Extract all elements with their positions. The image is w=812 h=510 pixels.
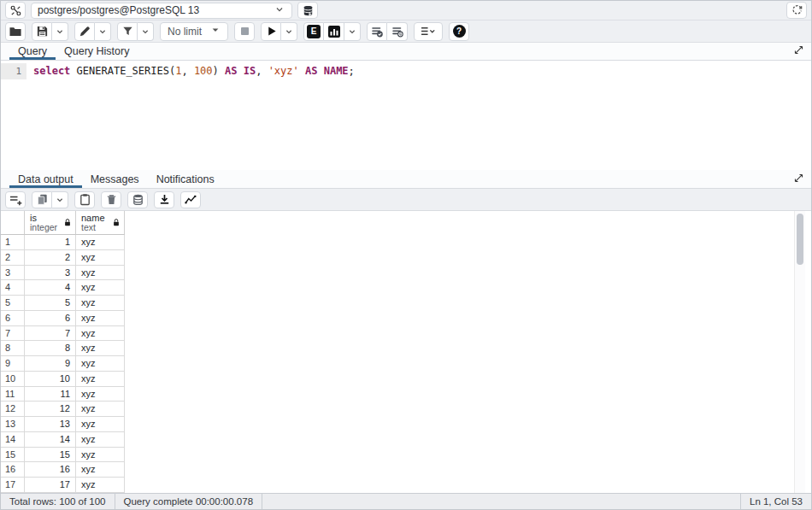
cell-name[interactable]: xyz bbox=[76, 326, 125, 342]
save-data-changes-button[interactable] bbox=[127, 191, 148, 208]
row-number-cell[interactable]: 7 bbox=[1, 326, 25, 342]
cell-name[interactable]: xyz bbox=[76, 417, 125, 432]
cell-is[interactable]: 6 bbox=[25, 311, 76, 326]
connection-busy-button[interactable] bbox=[786, 2, 807, 19]
cell-is[interactable]: 9 bbox=[25, 356, 76, 372]
explain-analyze-button[interactable] bbox=[324, 22, 344, 41]
add-row-button[interactable] bbox=[5, 191, 26, 208]
sql-token: 100 bbox=[194, 65, 213, 77]
tab-messages[interactable]: Messages bbox=[82, 170, 148, 188]
row-number-cell[interactable]: 2 bbox=[1, 250, 25, 266]
cell-is[interactable]: 7 bbox=[25, 326, 76, 342]
line-number: 1 bbox=[1, 63, 26, 79]
vertical-scrollbar[interactable] bbox=[794, 211, 805, 493]
cell-is[interactable]: 15 bbox=[25, 448, 76, 463]
row-number-cell[interactable]: 3 bbox=[1, 266, 25, 281]
connection-status-button[interactable] bbox=[5, 2, 26, 19]
tab-query[interactable]: Query bbox=[9, 43, 56, 60]
row-number-cell[interactable]: 4 bbox=[1, 280, 25, 296]
cell-name[interactable]: xyz bbox=[76, 311, 125, 326]
cell-name[interactable]: xyz bbox=[76, 448, 125, 463]
save-button[interactable] bbox=[32, 22, 52, 41]
row-number-cell[interactable]: 15 bbox=[1, 448, 25, 463]
tab-query-history[interactable]: Query History bbox=[56, 43, 138, 60]
row-number-cell[interactable]: 1 bbox=[1, 235, 25, 250]
tab-data-output[interactable]: Data output bbox=[9, 170, 82, 188]
cell-name[interactable]: xyz bbox=[76, 266, 125, 281]
cell-is[interactable]: 3 bbox=[25, 266, 76, 281]
row-number-cell[interactable]: 17 bbox=[1, 478, 25, 493]
row-number-cell[interactable]: 13 bbox=[1, 417, 25, 432]
connection-dropdown[interactable]: postgres/postgres@PostgreSQL 13 bbox=[31, 3, 292, 19]
sql-editor[interactable]: 1 select GENERATE_SERIES(1, 100) AS IS, … bbox=[1, 61, 811, 170]
help-button[interactable]: ? bbox=[449, 22, 469, 41]
cell-name[interactable]: xyz bbox=[76, 387, 125, 402]
execute-dropdown-button[interactable] bbox=[281, 22, 297, 41]
edit-button[interactable] bbox=[74, 22, 95, 41]
graph-visualiser-button[interactable] bbox=[180, 191, 201, 208]
open-file-button[interactable] bbox=[5, 22, 26, 41]
cell-name[interactable]: xyz bbox=[76, 478, 125, 493]
rollback-button[interactable] bbox=[387, 22, 408, 41]
cell-name[interactable]: xyz bbox=[76, 356, 125, 372]
column-header-name[interactable]: name text bbox=[76, 211, 125, 235]
tab-notifications[interactable]: Notifications bbox=[148, 170, 223, 188]
cell-name[interactable]: xyz bbox=[76, 296, 125, 311]
cell-is[interactable]: 10 bbox=[25, 372, 76, 387]
explain-dropdown-button[interactable] bbox=[344, 22, 361, 41]
new-connection-button[interactable] bbox=[297, 2, 318, 19]
editor-expand-button[interactable] bbox=[793, 44, 804, 59]
cell-is[interactable]: 8 bbox=[25, 341, 76, 356]
cell-is[interactable]: 14 bbox=[25, 432, 76, 448]
cell-name[interactable]: xyz bbox=[76, 462, 125, 478]
commit-button[interactable] bbox=[367, 22, 387, 41]
row-number-cell[interactable]: 14 bbox=[1, 432, 25, 448]
copy-button[interactable] bbox=[32, 191, 52, 208]
row-number-cell[interactable]: 8 bbox=[1, 341, 25, 356]
cell-is[interactable]: 1 bbox=[25, 235, 76, 250]
paste-button[interactable] bbox=[74, 191, 95, 208]
cell-name[interactable]: xyz bbox=[76, 235, 125, 250]
copy-dropdown-button[interactable] bbox=[52, 191, 68, 208]
cell-is[interactable]: 4 bbox=[25, 280, 76, 296]
cell-is[interactable]: 11 bbox=[25, 387, 76, 402]
sql-token: AS bbox=[225, 65, 237, 77]
cell-name[interactable]: xyz bbox=[76, 432, 125, 448]
select-all-header[interactable] bbox=[1, 211, 25, 235]
row-number-cell[interactable]: 12 bbox=[1, 402, 25, 417]
explain-button[interactable]: E bbox=[303, 22, 324, 41]
row-number-cell[interactable]: 9 bbox=[1, 356, 25, 372]
column-header-is[interactable]: is integer bbox=[25, 211, 76, 235]
output-expand-button[interactable] bbox=[793, 172, 804, 187]
cell-name[interactable]: xyz bbox=[76, 372, 125, 387]
sql-code-line[interactable]: select GENERATE_SERIES(1, 100) AS IS, 'x… bbox=[33, 64, 355, 79]
download-results-button[interactable] bbox=[154, 191, 174, 208]
row-number-cell[interactable]: 5 bbox=[1, 296, 25, 311]
cell-is[interactable]: 16 bbox=[25, 462, 76, 478]
cell-name[interactable]: xyz bbox=[76, 280, 125, 296]
cell-is[interactable]: 2 bbox=[25, 250, 76, 266]
cancel-query-button[interactable] bbox=[234, 22, 255, 41]
save-dropdown-button[interactable] bbox=[52, 22, 68, 41]
cell-name[interactable]: xyz bbox=[76, 341, 125, 356]
execute-button[interactable] bbox=[261, 22, 281, 41]
save-icon bbox=[36, 25, 49, 38]
add-row-icon bbox=[9, 193, 22, 207]
filter-button[interactable] bbox=[117, 22, 138, 41]
row-number-cell[interactable]: 10 bbox=[1, 372, 25, 387]
delete-row-button[interactable] bbox=[101, 191, 121, 208]
filter-dropdown-button[interactable] bbox=[138, 22, 154, 41]
macro-button[interactable] bbox=[414, 22, 443, 41]
row-number-cell[interactable]: 11 bbox=[1, 387, 25, 402]
cell-is[interactable]: 13 bbox=[25, 417, 76, 432]
cell-name[interactable]: xyz bbox=[76, 250, 125, 266]
cell-name[interactable]: xyz bbox=[76, 402, 125, 417]
scrollbar-thumb[interactable] bbox=[797, 214, 803, 265]
cell-is[interactable]: 17 bbox=[25, 478, 76, 493]
cell-is[interactable]: 12 bbox=[25, 402, 76, 417]
edit-dropdown-button[interactable] bbox=[95, 22, 111, 41]
row-number-cell[interactable]: 6 bbox=[1, 311, 25, 326]
row-limit-select[interactable]: No limit bbox=[160, 22, 228, 41]
cell-is[interactable]: 5 bbox=[25, 296, 76, 311]
row-number-cell[interactable]: 16 bbox=[1, 462, 25, 478]
